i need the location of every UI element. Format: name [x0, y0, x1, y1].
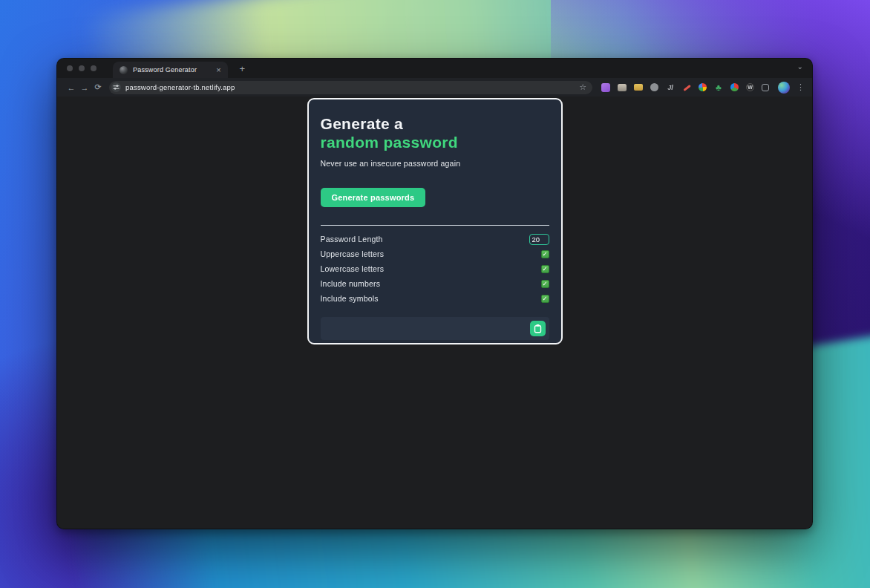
- tab-close-icon[interactable]: ×: [216, 66, 220, 74]
- ext-gray-circle-icon[interactable]: [650, 83, 658, 91]
- ext-red-pen-icon[interactable]: [682, 83, 691, 92]
- back-button[interactable]: ←: [65, 83, 78, 92]
- symbols-checkbox[interactable]: ✓: [541, 295, 549, 303]
- extensions-row: Jl ♣ W: [601, 83, 769, 92]
- lowercase-checkbox[interactable]: ✓: [541, 265, 549, 273]
- uppercase-checkbox[interactable]: ✓: [541, 250, 549, 258]
- minimize-window-button[interactable]: [79, 65, 85, 71]
- ext-wordpress-icon[interactable]: W: [746, 83, 754, 91]
- zoom-window-button[interactable]: [91, 65, 97, 71]
- password-length-row: Password Length: [321, 232, 549, 246]
- settings-rows: Password Length Uppercase letters ✓ Lowe…: [321, 232, 549, 306]
- password-output-bar: [321, 317, 549, 340]
- page-title-line2: random password: [321, 133, 549, 151]
- generate-passwords-button[interactable]: Generate passwords: [321, 188, 426, 207]
- password-length-input[interactable]: [529, 234, 549, 245]
- ext-purple-cube-icon[interactable]: [601, 83, 610, 92]
- copy-password-button[interactable]: [530, 321, 546, 336]
- numbers-label: Include numbers: [321, 279, 381, 288]
- clipboard-icon: [534, 324, 542, 333]
- ext-gold-card-icon[interactable]: [634, 84, 643, 91]
- window-controls: [67, 65, 97, 71]
- tab-password-generator[interactable]: Password Generator ×: [113, 62, 228, 78]
- ext-green-clover-icon[interactable]: ♣: [714, 83, 723, 92]
- ext-script-icon[interactable]: Jl: [666, 83, 675, 92]
- ext-square-outline-icon[interactable]: [762, 84, 769, 91]
- tab-strip: Password Generator × + ⌄: [57, 59, 812, 78]
- reload-button[interactable]: ⟳: [91, 82, 105, 92]
- forward-button[interactable]: →: [78, 83, 91, 92]
- url-text: password-generator-tb.netlify.app: [125, 83, 235, 91]
- close-window-button[interactable]: [67, 65, 73, 71]
- lowercase-row: Lowercase letters ✓: [321, 261, 549, 276]
- address-bar[interactable]: password-generator-tb.netlify.app ☆: [109, 81, 592, 94]
- divider: [321, 225, 549, 226]
- ext-color-wheel-icon[interactable]: [699, 83, 707, 91]
- bookmark-star-icon[interactable]: ☆: [579, 83, 586, 91]
- profile-avatar[interactable]: [778, 82, 790, 94]
- numbers-row: Include numbers ✓: [321, 276, 549, 291]
- uppercase-row: Uppercase letters ✓: [321, 246, 549, 261]
- symbols-label: Include symbols: [321, 294, 379, 303]
- browser-toolbar: ← → ⟳ password-generator-tb.netlify.app …: [57, 78, 812, 97]
- tab-title: Password Generator: [133, 66, 197, 74]
- ext-camera-icon[interactable]: [618, 84, 627, 91]
- password-generator-card: Generate a random password Never use an …: [307, 98, 563, 344]
- lowercase-label: Lowercase letters: [321, 264, 385, 273]
- tab-favicon-icon: [120, 66, 128, 74]
- new-tab-button[interactable]: +: [240, 64, 246, 74]
- browser-menu-icon[interactable]: ⋮: [797, 82, 805, 92]
- ext-rgb-circle-icon[interactable]: [730, 83, 739, 91]
- site-info-icon[interactable]: [111, 82, 121, 92]
- uppercase-label: Uppercase letters: [321, 249, 385, 258]
- password-length-label: Password Length: [321, 235, 383, 244]
- page-title-line1: Generate a: [321, 114, 549, 133]
- browser-window: Password Generator × + ⌄ ← → ⟳ password-…: [56, 58, 813, 529]
- symbols-row: Include symbols ✓: [321, 291, 549, 306]
- numbers-checkbox[interactable]: ✓: [541, 280, 549, 288]
- page-content: Generate a random password Never use an …: [57, 97, 812, 529]
- tab-search-chevron-icon[interactable]: ⌄: [797, 63, 803, 71]
- page-subtitle: Never use an insecure password again: [321, 159, 549, 168]
